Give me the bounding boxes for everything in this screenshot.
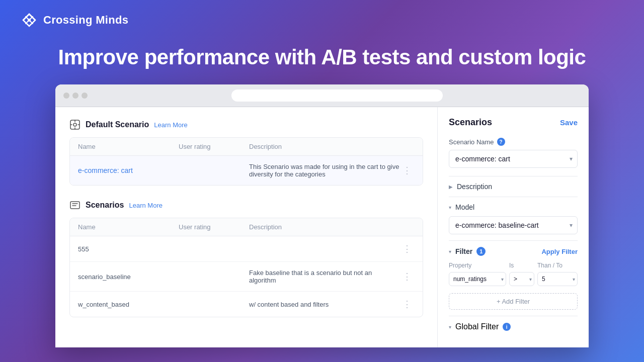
crossing-minds-icon	[20, 11, 38, 29]
svg-rect-3	[70, 202, 79, 209]
default-row-menu[interactable]: ⋮	[399, 165, 415, 176]
header: Crossing Minds	[0, 0, 644, 40]
model-section: ▾ Model e-commerce: baseline-cart ▾	[449, 197, 578, 240]
scenario-row-555[interactable]: 555 ⋮	[70, 236, 423, 262]
description-label: Description	[457, 183, 492, 191]
global-filter-arrow: ▾	[449, 324, 451, 330]
scenario-name-group: Scenario Name ? e-commerce: cart ▾	[449, 138, 578, 168]
filter-is-label: Is	[509, 262, 534, 269]
scenario-row-baseline[interactable]: scenario_baseline Fake baseline that is …	[70, 262, 423, 292]
scenario-name-select-wrapper: e-commerce: cart ▾	[449, 150, 578, 168]
dot-minimize	[72, 93, 78, 99]
default-col-name: Name	[78, 143, 179, 150]
global-filter-info-icon: i	[503, 323, 511, 331]
default-scenario-learn-more[interactable]: Learn More	[154, 121, 187, 129]
filter-property-label: Property	[449, 262, 506, 269]
filter-than-to-label: Than / To	[537, 262, 578, 269]
default-scenario-title: Default Scenario	[86, 120, 149, 129]
default-col-menu	[399, 143, 415, 150]
apply-filter-button[interactable]: Apply Filter	[541, 248, 578, 255]
hero-title: Improve performance with A/B tests and c…	[0, 40, 644, 84]
default-scenario-header: Default Scenario Learn More	[69, 119, 423, 130]
svg-point-2	[73, 123, 76, 126]
global-filter-label: Global Filter	[455, 322, 499, 331]
scenario-row-baseline-desc: Fake baseline that is a scenario but not…	[249, 269, 399, 284]
scenario-row-baseline-menu[interactable]: ⋮	[399, 271, 415, 282]
filter-property-select[interactable]: num_ratings	[449, 272, 506, 286]
global-filter-header[interactable]: ▾ Global Filter i	[449, 322, 578, 331]
scenarios-col-desc: Description	[249, 223, 399, 231]
save-button[interactable]: Save	[560, 118, 578, 127]
description-section: ▶ Description	[449, 176, 578, 197]
right-panel-header: Scenarios Save	[449, 117, 578, 128]
scenario-name-info-icon: ?	[497, 138, 505, 146]
default-table-row[interactable]: e-commerce: cart This Scenario was made …	[70, 156, 423, 185]
scenario-row-555-menu[interactable]: ⋮	[399, 243, 415, 254]
browser-window: Default Scenario Learn More Name User ra…	[55, 84, 589, 347]
model-select[interactable]: e-commerce: baseline-cart	[449, 216, 578, 234]
model-content: e-commerce: baseline-cart ▾	[449, 216, 578, 234]
main-content: Default Scenario Learn More Name User ra…	[55, 107, 589, 347]
scenarios-table-header: Name User rating Description	[70, 218, 423, 236]
scenarios-icon	[69, 200, 80, 211]
scenarios-col-menu	[399, 223, 415, 231]
right-panel: Scenarios Save Scenario Name ? e-commerc…	[438, 107, 589, 347]
filter-label: Filter	[455, 247, 472, 255]
scenarios-learn-more[interactable]: Learn More	[129, 202, 162, 209]
default-row-desc: This Scenario was made for using in the …	[249, 163, 399, 178]
scenarios-table: Name User rating Description 555 ⋮	[69, 218, 423, 317]
browser-dots	[63, 93, 88, 99]
scenario-row-content-desc: w/ content based and filters	[249, 301, 399, 308]
scenario-name-label: Scenario Name ?	[449, 138, 578, 146]
scenario-row-baseline-name: scenario_baseline	[78, 273, 179, 281]
scenario-name-select[interactable]: e-commerce: cart	[449, 150, 578, 168]
scenario-name-label-text: Scenario Name	[449, 138, 494, 146]
model-collapse-arrow: ▾	[449, 205, 451, 210]
brand-name: Crossing Minds	[43, 14, 128, 27]
filter-columns-header: Property Is Than / To	[449, 262, 578, 269]
scenario-row-555-name: 555	[78, 245, 179, 253]
model-label: Model	[455, 203, 474, 211]
global-filter-section: ▾ Global Filter i	[449, 316, 578, 337]
dot-close	[63, 93, 69, 99]
filter-is-wrapper: > ▾	[509, 272, 534, 286]
browser-url-bar	[231, 89, 443, 102]
left-panel: Default Scenario Learn More Name User ra…	[55, 107, 438, 347]
scenarios-col-rating: User rating	[179, 223, 249, 231]
default-scenario-table: Name User rating Description e-commerce:…	[69, 137, 423, 186]
scenarios-col-name: Name	[78, 223, 179, 231]
filter-value-select[interactable]: 5	[537, 272, 578, 286]
default-col-rating: User rating	[179, 143, 249, 150]
scenario-row-content-name: w_content_based	[78, 301, 179, 308]
filter-header-left: ▾ Filter 1	[449, 247, 486, 256]
filter-collapse-arrow: ▾	[449, 249, 451, 254]
filter-section: ▾ Filter 1 Apply Filter Property Is Than…	[449, 240, 578, 316]
filter-header: ▾ Filter 1 Apply Filter	[449, 247, 578, 256]
filter-row: num_ratings ▾ > ▾ 5	[449, 272, 578, 286]
scenario-row-content-based[interactable]: w_content_based w/ content based and fil…	[70, 292, 423, 317]
browser-chrome	[55, 84, 589, 107]
default-row-name[interactable]: e-commerce: cart	[78, 166, 179, 174]
filter-count-badge: 1	[476, 247, 486, 256]
add-filter-button[interactable]: + Add Filter	[449, 293, 578, 310]
model-header[interactable]: ▾ Model	[449, 203, 578, 211]
filter-is-select[interactable]: >	[509, 272, 534, 286]
right-panel-title: Scenarios	[449, 117, 492, 128]
default-scenario-icon	[69, 119, 80, 130]
description-header[interactable]: ▶ Description	[449, 183, 578, 191]
filter-value-wrapper: 5 ▾	[537, 272, 578, 286]
dot-maximize	[82, 93, 88, 99]
default-table-header: Name User rating Description	[70, 138, 423, 156]
logo-area: Crossing Minds	[20, 11, 128, 29]
scenario-row-content-menu[interactable]: ⋮	[399, 299, 415, 310]
scenarios-header: Scenarios Learn More	[69, 200, 423, 211]
scenarios-title: Scenarios	[86, 201, 124, 210]
description-collapse-arrow: ▶	[449, 184, 453, 190]
default-col-desc: Description	[249, 143, 399, 150]
filter-property-wrapper: num_ratings ▾	[449, 272, 506, 286]
model-select-wrapper: e-commerce: baseline-cart ▾	[449, 216, 578, 234]
